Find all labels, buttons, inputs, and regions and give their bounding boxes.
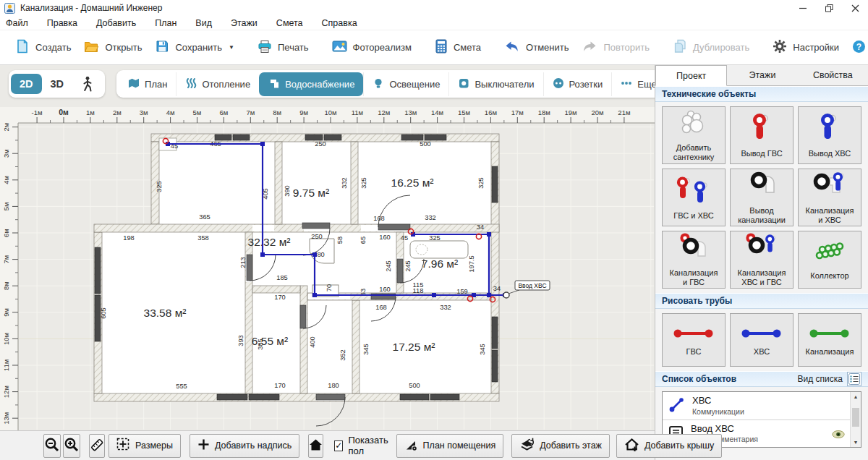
walk-mode-button[interactable] <box>72 72 103 96</box>
view-mode-group: 2D3D <box>9 70 105 98</box>
object-item-hvs[interactable]: ХВСКоммуникации <box>663 392 861 419</box>
svg-text:11м: 11м <box>2 359 10 371</box>
pipe-green-icon <box>806 324 854 346</box>
scrollbar-thumb[interactable] <box>852 408 859 427</box>
open-button[interactable]: Открыть <box>77 35 148 60</box>
tool-pipe-gvs[interactable]: ГВС <box>662 313 726 367</box>
mode-3d-button[interactable]: 3D <box>42 74 73 94</box>
tool-gvs-and-hvs[interactable]: ГВС и ХВС <box>662 169 726 226</box>
svg-text:5м: 5м <box>193 108 202 116</box>
tool-label: Добавить сантехнику <box>673 143 715 162</box>
tab-heating[interactable]: Отопление <box>176 72 259 96</box>
dimensions-button[interactable]: Размеры <box>109 434 181 458</box>
create-button[interactable]: Создать <box>9 35 77 60</box>
menu-3[interactable]: План <box>155 18 176 28</box>
scroll-up-arrow: ▲ <box>854 394 859 399</box>
tab-plan[interactable]: План <box>119 72 176 96</box>
zoom-out-button[interactable] <box>43 434 61 458</box>
view-list-button[interactable] <box>847 372 861 386</box>
tap-blue-icon <box>811 113 848 148</box>
floor-plan-canvas[interactable]: 4652505003254053903323253253651683321983… <box>0 65 655 430</box>
pipe-diagonal-icon <box>668 396 686 416</box>
section-header-objects: Список объектов Вид списка <box>655 371 868 387</box>
svg-text:197.5: 197.5 <box>468 255 475 272</box>
tab-lighting[interactable]: Освещение <box>363 72 448 96</box>
inlet-callout-label: Ввод ХВС <box>518 282 546 289</box>
tool-outlet-gvs[interactable]: Вывод ГВС <box>730 106 793 164</box>
close-button[interactable] <box>842 0 868 16</box>
photorealism-button[interactable]: Фотореализм <box>326 35 418 59</box>
svg-text:160: 160 <box>379 286 391 293</box>
tool-add-sanitary[interactable]: Добавить сантехнику <box>662 106 726 164</box>
tutorial-button[interactable]: ?Учебник <box>846 35 868 60</box>
tab-more[interactable]: Еще <box>611 72 655 96</box>
save-dropdown-caret[interactable]: ▼ <box>229 44 234 51</box>
restore-button[interactable] <box>816 0 842 16</box>
tool-outlet-hvs[interactable]: Вывод ХВС <box>798 106 861 164</box>
redo-button[interactable]: Повторить <box>575 35 655 60</box>
svg-text:?: ? <box>856 41 861 51</box>
svg-text:4м: 4м <box>166 108 175 116</box>
home-button[interactable] <box>308 434 323 458</box>
tool-sewer-hvs-gvs[interactable]: Канализация ХВС и ГВС <box>730 231 793 289</box>
svg-text:58: 58 <box>336 237 344 244</box>
show-floor-checkbox[interactable]: ✓Показать пол <box>334 435 390 456</box>
svg-text:170: 170 <box>274 382 286 389</box>
menu-5[interactable]: Этажи <box>231 18 258 28</box>
undo-button[interactable]: Отменить <box>498 35 575 60</box>
duplicate-button[interactable]: Дублировать <box>666 35 756 60</box>
zoom-in-button[interactable] <box>63 434 80 458</box>
menu-0[interactable]: Файл <box>6 18 28 28</box>
button-label: Добавить крышу <box>644 440 714 451</box>
measure-button[interactable] <box>89 434 105 458</box>
svg-text:500: 500 <box>420 140 431 148</box>
svg-text:0м: 0м <box>59 108 69 116</box>
tool-label: Канализация ХВС и ГВС <box>738 268 786 287</box>
estimate-button[interactable]: Смета <box>428 35 488 60</box>
menu-4[interactable]: Вид <box>195 18 212 28</box>
menu-7[interactable]: Справка <box>322 18 357 28</box>
menu-1[interactable]: Правка <box>47 18 77 28</box>
svg-text:8м: 8м <box>273 108 281 116</box>
panel-tab-floors[interactable]: Этажи <box>727 65 797 85</box>
svg-text:325: 325 <box>429 234 441 242</box>
print-button[interactable]: Печать <box>251 35 315 60</box>
minimize-button[interactable] <box>790 0 816 16</box>
toolbar-label: Повторить <box>603 42 649 53</box>
panel-tab-properties[interactable]: Свойства <box>798 65 868 85</box>
add-label-button[interactable]: Добавить надпись <box>190 434 299 458</box>
room-plan-button[interactable]: План помещения <box>396 434 504 458</box>
tab-water[interactable]: Водоснабжение <box>259 72 363 96</box>
add-roof-button[interactable]: Добавить крышу <box>616 434 722 458</box>
settings-button[interactable]: Настройки <box>766 35 846 60</box>
tool-pipe-sewer[interactable]: Канализация <box>798 313 861 367</box>
tool-outlet-sewer[interactable]: Вывод канализации <box>730 169 793 226</box>
svg-text:500: 500 <box>409 382 420 389</box>
toolbar-label: Настройки <box>793 42 839 53</box>
room-area-label: 6.55 м² <box>252 335 288 347</box>
add-floor-button[interactable]: Добавить этаж <box>511 434 610 458</box>
tool-sewer-and-gvs[interactable]: Канализация и ГВС <box>662 231 726 289</box>
tab-sockets[interactable]: Розетки <box>543 72 612 96</box>
section-title-objects: Список объектов <box>662 374 736 384</box>
save-button[interactable]: Сохранить▼ <box>148 35 241 60</box>
tool-pipe-hvs[interactable]: ХВС <box>730 313 793 367</box>
toolbar-label: Печать <box>278 42 309 53</box>
tab-switches[interactable]: Выключатели <box>448 72 542 96</box>
toolbar-label: Смета <box>454 42 481 53</box>
section-header-pipes: Рисовать трубы <box>655 293 868 309</box>
svg-text:4м: 4м <box>2 176 10 184</box>
menu-6[interactable]: Смета <box>276 18 303 28</box>
checkbox-icon[interactable]: ✓ <box>334 440 343 451</box>
mode-2d-button[interactable]: 2D <box>11 74 42 94</box>
svg-text:393: 393 <box>237 335 244 346</box>
menu-2[interactable]: Добавить <box>96 18 136 28</box>
visibility-eye-icon[interactable] <box>832 430 845 439</box>
svg-text:13м: 13м <box>2 412 10 425</box>
svg-text:555: 555 <box>176 383 187 390</box>
tool-sewer-and-hvs[interactable]: Канализация и ХВС <box>798 169 861 226</box>
svg-text:9м: 9м <box>2 308 10 317</box>
tool-collector[interactable]: Коллектор <box>798 231 861 289</box>
svg-text:20м: 20м <box>591 108 603 116</box>
panel-tab-project[interactable]: Проект <box>655 65 727 86</box>
